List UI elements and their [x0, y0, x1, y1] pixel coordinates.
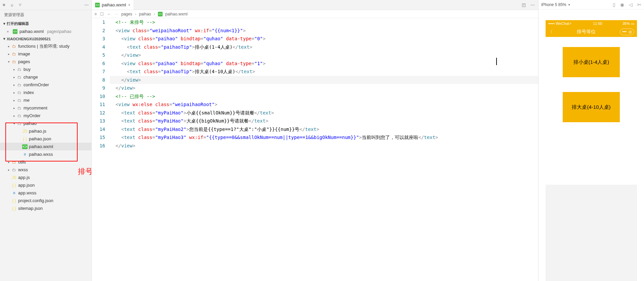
tree-item[interactable]: { }sitemap.json	[0, 204, 91, 212]
project-header[interactable]: ▾XIAOCHENGXU20200521	[0, 35, 91, 42]
phone-navbar: 〈 排号等位 •••◎	[546, 27, 637, 37]
preview-pane: iPhone 5 85%▾ ▯ ◉ ◁ ✄ ••••• WeChatᯤ 11:5…	[538, 0, 644, 281]
card-small-table[interactable]: 排小桌(1-4人桌)	[563, 47, 620, 77]
tree-item[interactable]: <>paihao.wxml	[0, 143, 91, 150]
sound-icon[interactable]: ◁	[629, 2, 633, 7]
gutter: 12345678910111213141516	[92, 18, 110, 281]
tree-item[interactable]: JSpaihao.js	[0, 127, 91, 135]
device-icon[interactable]: ▯	[613, 2, 615, 7]
phone-wrap: ••••• WeChatᯤ 11:50 35% ▭ 〈 排号等位 •••◎ 排小…	[539, 9, 644, 281]
bookmark-icon[interactable]: ☐	[100, 12, 104, 16]
more-icon[interactable]: ⋯	[84, 2, 89, 7]
tree-item[interactable]: ≡paihao.wxss	[0, 150, 91, 158]
file-tree: ▸🗀functions | 当前环境: study▸🗀image▾🗀pages▸…	[0, 42, 91, 212]
back-icon[interactable]: ←	[107, 12, 111, 16]
capsule[interactable]: •••◎	[620, 29, 634, 35]
crumb-1[interactable]: paihao	[139, 12, 151, 16]
tree-item[interactable]: ▸🗀confirmOrder	[0, 81, 91, 89]
tree-item[interactable]: ▾🗀paihao	[0, 120, 91, 127]
more-icon[interactable]: ⋯	[530, 2, 535, 7]
branch-icon[interactable]: ⑂	[19, 2, 22, 7]
search-icon[interactable]: ⌕	[11, 2, 13, 7]
code-lines[interactable]: <!-- 未排号 --> <view class="weipaihaoRoot"…	[110, 18, 538, 281]
tree-item[interactable]: { }project.config.json	[0, 197, 91, 204]
tree-item[interactable]: ▸🗀change	[0, 73, 91, 81]
card-big-table[interactable]: 排大桌(4-10人桌)	[563, 92, 620, 122]
tree-item[interactable]: ≡app.wxss	[0, 189, 91, 197]
sidebar-toolbar: ≡ ⌕ ⑂ ⋯	[0, 0, 91, 10]
tab-name: paihao.wxml	[102, 2, 126, 7]
breadcrumb: ≡ ☐ ← → pages› paihao› <> paihao.wxml	[92, 10, 538, 18]
crumb-2[interactable]: paihao.wxml	[165, 12, 188, 16]
open-editor-path: pages\paihao	[47, 29, 71, 34]
tree-item[interactable]: ▸🗀mycomment	[0, 104, 91, 112]
explorer-title: 资源管理器	[0, 10, 91, 20]
tree-item[interactable]: ▾🗀pages	[0, 58, 91, 65]
phone-statusbar: ••••• WeChatᯤ 11:50 35% ▭	[546, 20, 637, 27]
crumb-0[interactable]: pages	[121, 12, 132, 16]
tree-item[interactable]: ▸🗀functions | 当前环境: study	[0, 42, 91, 50]
cut-icon[interactable]: ✄	[637, 2, 641, 7]
open-editor-item[interactable]: × <> paihao.wxml pages\paihao	[0, 28, 91, 35]
wxml-icon: <>	[13, 29, 17, 34]
record-icon[interactable]: ◉	[620, 2, 624, 7]
forward-icon: →	[115, 12, 119, 16]
nav-title: 排号等位	[553, 29, 620, 35]
tab-bar: <> paihao.wxml × ◫ ⋯	[92, 0, 538, 10]
list-icon[interactable]: ≡	[94, 12, 97, 16]
device-label[interactable]: iPhone 5 85%	[541, 2, 566, 7]
sidebar: ≡ ⌕ ⑂ ⋯ 资源管理器 ▾打开的编辑器 × <> paihao.wxml p…	[0, 0, 92, 281]
editor-area: <> paihao.wxml × ◫ ⋯ ≡ ☐ ← → pages› paih…	[92, 0, 538, 281]
split-icon[interactable]: ◫	[522, 2, 526, 7]
status-time: 11:50	[593, 21, 602, 26]
tree-item[interactable]: ▸🗀image	[0, 50, 91, 58]
text-cursor	[496, 58, 497, 65]
tab-active[interactable]: <> paihao.wxml ×	[92, 0, 134, 10]
preview-toolbar: iPhone 5 85%▾ ▯ ◉ ◁ ✄	[539, 0, 644, 9]
close-icon[interactable]: ×	[128, 3, 130, 7]
tree-item[interactable]: ▸🗀index	[0, 89, 91, 96]
back-icon[interactable]: 〈	[548, 29, 553, 35]
tree-item[interactable]: ▸🗀utils	[0, 158, 91, 166]
wxml-icon: <>	[95, 3, 100, 7]
open-editors-header[interactable]: ▾打开的编辑器	[0, 20, 91, 28]
phone: ••••• WeChatᯤ 11:50 35% ▭ 〈 排号等位 •••◎ 排小…	[546, 20, 637, 281]
wxml-icon: <>	[158, 12, 163, 16]
open-editor-name: paihao.wxml	[19, 29, 44, 34]
tree-item[interactable]: ▸🗀myOrder	[0, 112, 91, 120]
tree-item[interactable]: { }paihao.json	[0, 135, 91, 143]
tree-item[interactable]: { }app.json	[0, 181, 91, 189]
menu-icon[interactable]: ≡	[3, 2, 5, 7]
tree-item[interactable]: ▸🗀me	[0, 96, 91, 104]
code-area[interactable]: 12345678910111213141516 <!-- 未排号 --> <vi…	[92, 18, 538, 281]
phone-body: 排小桌(1-4人桌) 排大桌(4-10人桌)	[546, 37, 637, 185]
tree-item[interactable]: ▸🗀buy	[0, 65, 91, 73]
close-icon[interactable]: ×	[7, 30, 11, 34]
